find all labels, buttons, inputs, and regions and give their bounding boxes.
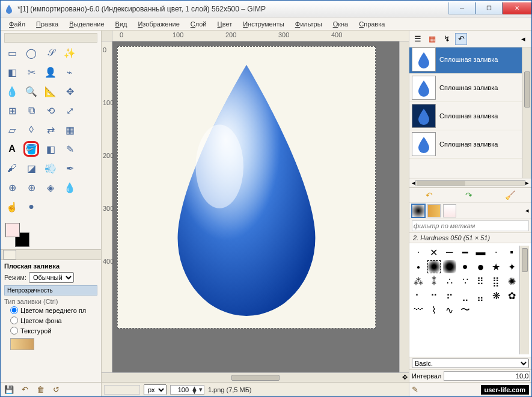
- brush-item[interactable]: ⣀: [459, 289, 472, 302]
- ellipse-select-tool[interactable]: ◯: [23, 45, 39, 61]
- foreground-select-tool[interactable]: 👤: [43, 64, 58, 80]
- brush-item[interactable]: ⠖: [443, 289, 456, 302]
- brush-item[interactable]: ⌇: [427, 303, 441, 317]
- brush-dock-menu-icon[interactable]: ◂: [525, 207, 529, 214]
- perspective-tool[interactable]: ◊: [23, 122, 39, 138]
- brush-item[interactable]: ●: [459, 260, 472, 273]
- zoom-spin[interactable]: ▲▼▾: [170, 385, 204, 395]
- brush-item[interactable]: [427, 260, 441, 273]
- color-select-tool[interactable]: ◧: [4, 64, 20, 80]
- airbrush-tool[interactable]: 💨: [43, 160, 58, 176]
- hscrollbar[interactable]: ✥: [102, 372, 409, 382]
- brush-item[interactable]: ❋: [489, 289, 503, 302]
- history-item[interactable]: Сплошная заливка: [409, 74, 522, 102]
- menu-file[interactable]: Файл: [4, 19, 30, 29]
- canvas[interactable]: [117, 46, 376, 329]
- brush-item[interactable]: ⠿: [474, 274, 487, 288]
- layers-tab-icon[interactable]: ☰: [412, 33, 424, 45]
- clear-history-icon[interactable]: 🧹: [505, 190, 515, 200]
- fill-pattern-radio[interactable]: [10, 327, 18, 335]
- patterns-tab[interactable]: [427, 204, 441, 217]
- brush-item[interactable]: ∿: [443, 303, 456, 317]
- move-tool[interactable]: ✥: [62, 83, 78, 99]
- menu-layer[interactable]: Слой: [186, 19, 212, 29]
- fill-fg-radio[interactable]: [10, 306, 18, 314]
- paths-tool[interactable]: ⌁: [62, 64, 78, 80]
- flip-tool[interactable]: ⇄: [43, 122, 58, 138]
- menu-help[interactable]: Справка: [354, 19, 390, 29]
- opacity-slider[interactable]: Непрозрачность: [4, 285, 97, 295]
- menu-edit[interactable]: Правка: [31, 19, 63, 29]
- brush-item[interactable]: ⁑: [427, 274, 441, 288]
- dock-menu-icon[interactable]: ◂: [517, 33, 529, 45]
- brush-item[interactable]: ∴: [443, 274, 456, 288]
- rect-select-tool[interactable]: ▭: [4, 45, 20, 61]
- text-tool[interactable]: A: [4, 141, 20, 157]
- mode-select[interactable]: Обычный: [29, 272, 74, 283]
- undo-icon[interactable]: ↶: [426, 190, 433, 200]
- brush-item[interactable]: 〰: [412, 303, 425, 317]
- menu-image[interactable]: Изображение: [133, 19, 184, 29]
- brush-preset-select[interactable]: Basic.: [412, 359, 529, 368]
- eraser-tool[interactable]: ◪: [23, 160, 39, 176]
- fill-bg-radio[interactable]: [10, 317, 18, 324]
- shear-tool[interactable]: ▱: [4, 122, 20, 138]
- paths-tab-icon[interactable]: ↯: [441, 33, 453, 45]
- nav-icon[interactable]: ✥: [402, 374, 408, 381]
- close-button[interactable]: ✕: [503, 2, 531, 14]
- history-item[interactable]: Сплошная заливка: [409, 102, 522, 130]
- brush-item[interactable]: ⣿: [489, 274, 503, 288]
- brush-item[interactable]: ⠒: [427, 289, 441, 302]
- undo-history-tab-icon[interactable]: ↶: [455, 33, 467, 45]
- brush-item[interactable]: 〜: [459, 303, 472, 317]
- menu-tools[interactable]: Инструменты: [238, 19, 289, 29]
- menu-filters[interactable]: Фильтры: [290, 19, 327, 29]
- brush-item[interactable]: ⁂: [412, 274, 425, 288]
- brush-item[interactable]: ●: [474, 260, 487, 273]
- history-item[interactable]: Сплошная заливка: [409, 47, 522, 74]
- channels-tab-icon[interactable]: ▦: [426, 33, 438, 45]
- smudge-tool[interactable]: ☝: [4, 199, 20, 214]
- delete-options-icon[interactable]: 🗑: [35, 385, 45, 395]
- tool-options-tab[interactable]: [3, 250, 16, 259]
- vscrollbar[interactable]: [399, 41, 409, 372]
- brush-item[interactable]: ●: [412, 260, 425, 273]
- lasso-tool[interactable]: 𝒮: [43, 45, 58, 61]
- brush-filter-input[interactable]: [412, 220, 529, 231]
- brushes-tab[interactable]: [412, 204, 425, 217]
- perspective-clone-tool[interactable]: ◈: [43, 180, 58, 195]
- brush-item[interactable]: ∵: [459, 274, 472, 288]
- zoom-tool[interactable]: 🔍: [23, 83, 39, 99]
- measure-tool[interactable]: 📐: [43, 83, 58, 99]
- history-hscroll[interactable]: ◂ ▸: [409, 178, 531, 188]
- history-item[interactable]: Сплошная заливка: [409, 130, 522, 159]
- gradients-tab[interactable]: [443, 204, 456, 217]
- brush-vscroll[interactable]: [519, 246, 529, 354]
- clone-tool[interactable]: ⊕: [4, 180, 20, 195]
- brush-item[interactable]: ✺: [505, 274, 518, 288]
- unit-select[interactable]: px: [144, 384, 167, 395]
- menu-windows[interactable]: Окна: [328, 19, 353, 29]
- ink-tool[interactable]: ✒: [62, 160, 78, 176]
- brush-item[interactable]: ━: [459, 246, 472, 259]
- scissors-tool[interactable]: ✂: [23, 64, 39, 80]
- bucket-fill-tool[interactable]: 🪣: [23, 141, 39, 157]
- menu-select[interactable]: Выделение: [64, 19, 109, 29]
- crop-tool[interactable]: ⧉: [23, 103, 39, 118]
- eyedropper-tool[interactable]: 💧: [4, 83, 20, 99]
- maximize-button[interactable]: ☐: [475, 2, 503, 14]
- brush-item[interactable]: ⠂: [412, 289, 425, 302]
- pattern-preview[interactable]: [10, 338, 34, 350]
- brush-item[interactable]: ⣤: [474, 289, 487, 302]
- interval-input[interactable]: [444, 371, 530, 381]
- history-vscroll[interactable]: [522, 47, 531, 178]
- minimize-button[interactable]: ─: [448, 2, 475, 14]
- brush-item[interactable]: ✿: [505, 289, 518, 302]
- save-options-icon[interactable]: 💾: [4, 385, 14, 395]
- brush-item[interactable]: ✕: [427, 246, 441, 259]
- blur-tool[interactable]: 💧: [62, 180, 78, 195]
- dodge-tool[interactable]: ●: [23, 199, 39, 214]
- cage-tool[interactable]: ▦: [62, 122, 78, 138]
- brush-tool[interactable]: 🖌: [4, 160, 20, 176]
- brush-item[interactable]: ▬: [474, 246, 487, 259]
